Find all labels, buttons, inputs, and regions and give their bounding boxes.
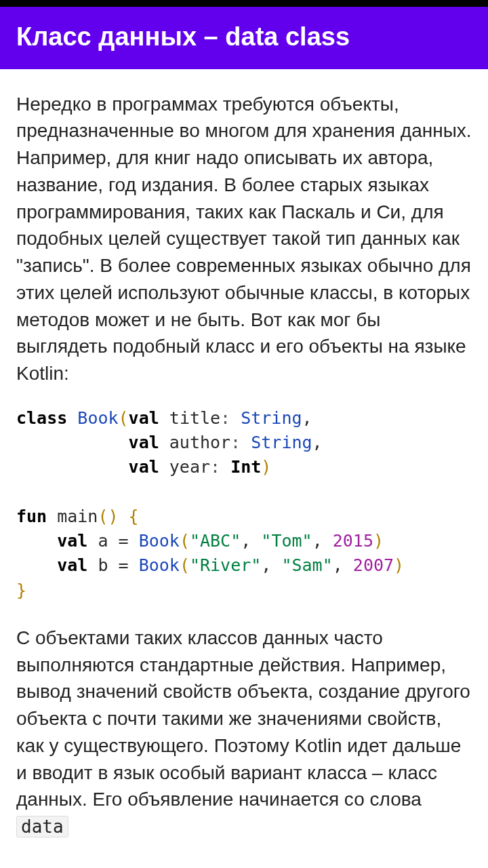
intro-paragraph: Нередко в программах требуются объекты, … bbox=[16, 91, 472, 387]
article-content[interactable]: Нередко в программах требуются объекты, … bbox=[0, 69, 488, 840]
page-title: Класс данных – data class bbox=[16, 22, 472, 53]
keyword-class: class bbox=[16, 408, 67, 428]
keyword-val: val bbox=[129, 408, 159, 428]
explanation-paragraph: С объектами таких классов данных часто в… bbox=[16, 625, 472, 840]
keyword-fun: fun bbox=[16, 507, 47, 526]
class-name: Book bbox=[77, 408, 118, 428]
app-bar: Класс данных – data class bbox=[0, 7, 488, 69]
status-bar bbox=[0, 0, 488, 7]
paragraph-text: С объектами таких классов данных часто в… bbox=[16, 627, 470, 810]
code-example: class Book(val title: String, val author… bbox=[16, 406, 472, 603]
inline-code-data: data bbox=[16, 816, 68, 837]
